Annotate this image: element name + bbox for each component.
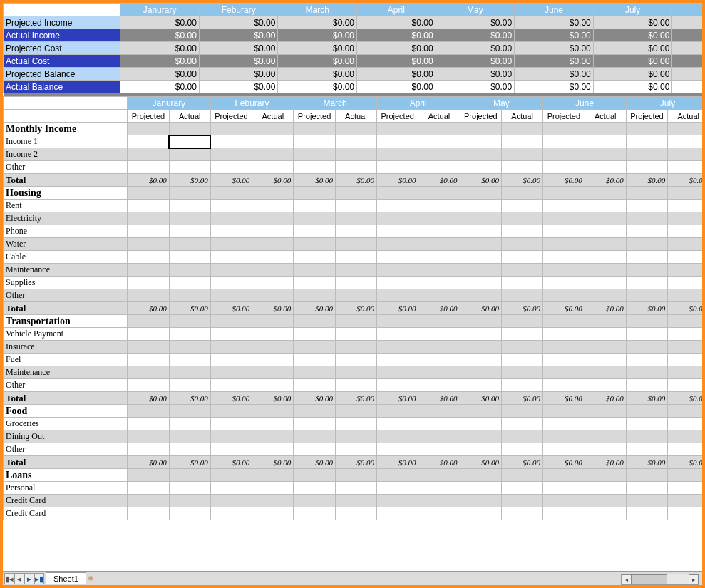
- summary-cell[interactable]: $0.00: [436, 29, 515, 42]
- total-cell[interactable]: $0.00: [210, 174, 252, 187]
- data-cell[interactable]: [460, 495, 502, 507]
- summary-cell[interactable]: $0.00: [593, 55, 672, 68]
- data-cell[interactable]: [626, 507, 668, 520]
- data-cell[interactable]: [128, 495, 170, 507]
- data-cell[interactable]: [460, 430, 502, 443]
- data-cell[interactable]: [502, 354, 543, 366]
- total-cell[interactable]: $0.00: [294, 174, 336, 187]
- data-cell[interactable]: [418, 341, 460, 354]
- data-cell[interactable]: [626, 277, 668, 289]
- summary-cell[interactable]: $0.00: [515, 29, 594, 42]
- section-header-cell[interactable]: [585, 123, 626, 135]
- data-cell[interactable]: [335, 148, 376, 161]
- data-cell[interactable]: [294, 238, 336, 251]
- data-cell[interactable]: [210, 482, 252, 495]
- data-cell[interactable]: [169, 418, 210, 430]
- data-cell[interactable]: [376, 238, 418, 251]
- data-cell[interactable]: [376, 200, 418, 212]
- data-cell[interactable]: [668, 148, 702, 161]
- data-cell[interactable]: [252, 379, 294, 392]
- total-cell[interactable]: $0.00: [252, 392, 294, 405]
- summary-cell[interactable]: $0.00: [436, 16, 515, 29]
- total-cell[interactable]: $0.00: [335, 302, 376, 315]
- total-cell[interactable]: $0.00: [335, 174, 376, 187]
- data-cell[interactable]: [335, 264, 376, 277]
- summary-cell[interactable]: $0.00: [357, 55, 436, 68]
- data-cell[interactable]: [376, 161, 418, 174]
- total-cell[interactable]: $0.00: [128, 456, 170, 469]
- data-cell[interactable]: [502, 277, 543, 289]
- summary-cell[interactable]: $0.00: [278, 68, 357, 81]
- scroll-thumb[interactable]: [632, 574, 667, 584]
- data-cell[interactable]: [626, 379, 668, 392]
- data-cell[interactable]: [252, 341, 294, 354]
- total-cell[interactable]: $0.00: [626, 392, 668, 405]
- data-cell[interactable]: [668, 212, 702, 225]
- section-header-cell[interactable]: [210, 187, 252, 200]
- total-cell[interactable]: $0.00: [502, 456, 543, 469]
- data-cell[interactable]: [128, 366, 170, 379]
- data-cell[interactable]: [376, 251, 418, 264]
- data-cell[interactable]: [585, 443, 626, 456]
- data-cell[interactable]: [668, 366, 702, 379]
- section-header-cell[interactable]: [169, 315, 210, 328]
- total-cell[interactable]: $0.00: [626, 174, 668, 187]
- total-cell[interactable]: $0.00: [376, 392, 418, 405]
- total-cell[interactable]: $0.00: [460, 456, 502, 469]
- section-header-cell[interactable]: [376, 405, 418, 418]
- data-cell[interactable]: [502, 289, 543, 302]
- data-cell[interactable]: [585, 482, 626, 495]
- section-header-cell[interactable]: [460, 469, 502, 482]
- data-cell[interactable]: [502, 251, 543, 264]
- summary-cell[interactable]: $0.00: [199, 55, 278, 68]
- section-header-cell[interactable]: [543, 123, 585, 135]
- total-cell[interactable]: $0.00: [128, 392, 170, 405]
- data-cell[interactable]: [376, 354, 418, 366]
- summary-cell[interactable]: $0.00: [357, 29, 436, 42]
- summary-cell[interactable]: $0.00: [436, 68, 515, 81]
- total-cell[interactable]: $0.00: [585, 392, 626, 405]
- data-cell[interactable]: [418, 366, 460, 379]
- summary-cell[interactable]: $0.00: [515, 55, 594, 68]
- data-cell[interactable]: [335, 277, 376, 289]
- data-cell[interactable]: [252, 418, 294, 430]
- summary-cell[interactable]: $0.00: [278, 81, 357, 93]
- total-cell[interactable]: $0.00: [210, 302, 252, 315]
- section-header-cell[interactable]: [210, 469, 252, 482]
- data-cell[interactable]: [626, 148, 668, 161]
- data-cell[interactable]: [252, 443, 294, 456]
- data-cell[interactable]: [210, 135, 252, 148]
- data-cell[interactable]: [585, 379, 626, 392]
- section-header-cell[interactable]: [252, 187, 294, 200]
- data-cell[interactable]: [376, 277, 418, 289]
- section-header-cell[interactable]: [502, 123, 543, 135]
- data-cell[interactable]: [210, 495, 252, 507]
- data-cell[interactable]: [210, 251, 252, 264]
- data-cell[interactable]: [128, 238, 170, 251]
- data-cell[interactable]: [460, 354, 502, 366]
- summary-cell[interactable]: $0.00: [436, 81, 515, 93]
- section-header-cell[interactable]: [376, 469, 418, 482]
- summary-cell[interactable]: $0.00: [199, 42, 278, 55]
- data-cell[interactable]: [252, 354, 294, 366]
- summary-cell[interactable]: $0.00: [436, 42, 515, 55]
- section-header-cell[interactable]: [418, 187, 460, 200]
- data-cell[interactable]: [210, 354, 252, 366]
- data-cell[interactable]: [502, 418, 543, 430]
- data-cell[interactable]: [543, 238, 585, 251]
- data-cell[interactable]: [585, 354, 626, 366]
- data-cell[interactable]: [418, 495, 460, 507]
- data-cell[interactable]: [502, 148, 543, 161]
- total-cell[interactable]: $0.00: [543, 302, 585, 315]
- data-cell[interactable]: [294, 366, 336, 379]
- data-cell[interactable]: [210, 289, 252, 302]
- data-cell[interactable]: [543, 507, 585, 520]
- summary-cell[interactable]: $0.00: [593, 29, 672, 42]
- section-header-cell[interactable]: [543, 187, 585, 200]
- tab-next-icon[interactable]: ▸: [24, 573, 34, 584]
- data-cell[interactable]: [376, 495, 418, 507]
- data-cell[interactable]: [128, 379, 170, 392]
- data-cell[interactable]: [169, 264, 210, 277]
- data-cell[interactable]: [626, 225, 668, 238]
- summary-cell[interactable]: $0.00: [278, 29, 357, 42]
